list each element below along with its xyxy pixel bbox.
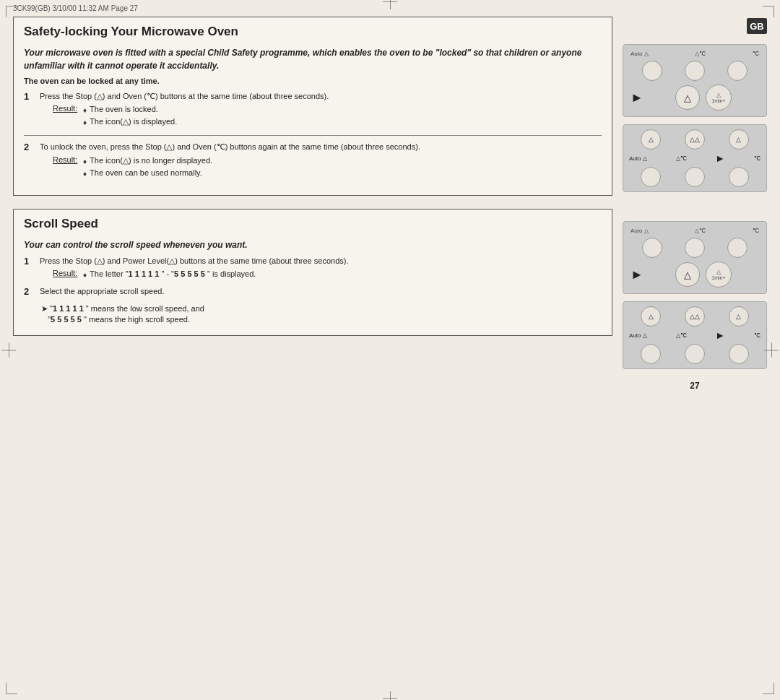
- panel-3-mid-label: △℃: [695, 228, 706, 234]
- panel-4: △ △△ △ Auto △ △℃ ► ℃: [623, 301, 767, 369]
- panel-4-row1: △ △△ △: [629, 306, 760, 327]
- scroll-step-2-num: 2: [24, 286, 34, 299]
- panel-4-btn-6[interactable]: [729, 344, 749, 364]
- step-2-num: 2: [24, 142, 34, 180]
- panel-3-stop-btn[interactable]: △: [675, 262, 700, 287]
- panel-1-center: △ △ 1min+: [648, 85, 759, 111]
- spacer: [623, 199, 767, 214]
- panel-1: Auto △ △℃ ℃ ► △ △ 1min+: [623, 44, 767, 117]
- panel-3-btn-3[interactable]: [727, 238, 748, 258]
- panel-2-arrow: ►: [715, 152, 725, 164]
- diamond-icon: ♦: [83, 118, 87, 128]
- scroll-arrow-text1: ➤ "1 1 1 1 1 " means the low scroll spee…: [41, 304, 602, 314]
- panel-2-auto-label: Auto △: [629, 155, 647, 162]
- panel-2-btn-3[interactable]: △: [729, 129, 749, 150]
- step-1-row: 1 Press the Stop (△) and Oven (℃) button…: [24, 91, 602, 129]
- panel-1-timer-btn[interactable]: △ 1min+: [706, 85, 732, 111]
- panel-2-btn-6[interactable]: [729, 167, 749, 187]
- panel-2-btn-1[interactable]: △: [641, 129, 661, 150]
- scroll-step-1-result: Result: ♦ The letter "1 1 1 1 1 " - "5 5…: [53, 269, 602, 280]
- result-item-2b: ♦ The oven can be used normally.: [83, 168, 212, 179]
- panel-1-icons-row: [630, 61, 759, 81]
- panel-2-btn-5[interactable]: [685, 167, 705, 187]
- result-label-1: Result:: [53, 104, 79, 128]
- section2-intro: Your can control the scroll speed whenev…: [24, 238, 602, 251]
- panel-2-mid-label: △℃: [676, 155, 687, 162]
- panel-1-btn-3[interactable]: [727, 61, 748, 81]
- result-item-2a: ♦ The icon(△) is no longer displayed.: [83, 155, 212, 167]
- step-2-result: Result: ♦ The icon(△) is no longer displ…: [53, 155, 602, 179]
- panel-3-top-row: Auto △ △℃ ℃: [630, 228, 759, 234]
- panel-3-right-label: ℃: [753, 228, 759, 234]
- panel-3-auto-label: Auto △: [630, 228, 649, 234]
- scroll-step-2-text: Select the appropriate scroll speed.: [40, 286, 602, 297]
- panel-2-row2: Auto △ △℃ ► ℃: [629, 152, 760, 164]
- scroll-step-1-text: Press the Stop (△) and Power Level(△) bu…: [40, 256, 602, 267]
- result-items-1: ♦ The oven is locked. ♦ The icon(△) is d…: [83, 104, 177, 128]
- step-2-content: To unlock the oven, press the Stop (△) a…: [40, 142, 602, 180]
- scroll-arrow-section: ➤ "1 1 1 1 1 " means the low scroll spee…: [30, 304, 602, 324]
- scroll-step-2-content: Select the appropriate scroll speed.: [40, 286, 602, 299]
- panel-4-row2: Auto △ △℃ ► ℃: [629, 329, 760, 341]
- panel-3-btn-2[interactable]: [685, 238, 705, 258]
- panel-3-btn-1[interactable]: [642, 238, 662, 258]
- panel-4-mid-label: △℃: [676, 332, 687, 339]
- panel-3-center: △ △ 1min+: [648, 262, 759, 288]
- panel-4-auto-label: Auto △: [629, 332, 647, 339]
- right-column: GB Auto △ △℃ ℃ ► △ △ 1min+: [623, 17, 767, 693]
- result-label-2: Result:: [53, 155, 79, 179]
- panel-2-btn-2[interactable]: △△: [685, 129, 705, 150]
- panel-4-btn-5[interactable]: [685, 344, 705, 364]
- scroll-speed-section: Scroll Speed Your can control the scroll…: [13, 209, 612, 336]
- diamond-icon: ♦: [83, 169, 87, 179]
- panel-4-arrow: ►: [715, 329, 725, 341]
- panel-1-stop-btn[interactable]: △: [675, 85, 700, 110]
- panel-1-mid-row: ► △ △ 1min+: [630, 85, 759, 111]
- panel-3-timer-btn[interactable]: △ 1min+: [706, 262, 732, 288]
- panel-4-right-label: ℃: [754, 332, 760, 339]
- section1-intro-bold: The oven can be locked at any time.: [24, 77, 602, 85]
- step-1-result: Result: ♦ The oven is locked. ♦ The icon…: [53, 104, 602, 128]
- panel-4-btn-1[interactable]: △: [641, 306, 661, 327]
- header-text: 3CK99(GB) 3/10/00 11:32 AM Page 27: [13, 4, 138, 12]
- safety-locking-section: Safety-locking Your Microwave Oven Your …: [13, 17, 612, 196]
- panel-1-mid-label: △℃: [695, 51, 706, 57]
- panel-2-right-label: ℃: [754, 155, 760, 162]
- scroll-arrow-text2: "5 5 5 5 5 " means the high scroll speed…: [41, 315, 602, 324]
- panel-3-icons-row: [630, 238, 759, 258]
- diamond-icon: ♦: [83, 270, 87, 280]
- section1-title: Safety-locking Your Microwave Oven: [24, 25, 602, 39]
- panel-1-btn-2[interactable]: [685, 61, 705, 81]
- step-2-row: 2 To unlock the oven, press the Stop (△)…: [24, 142, 602, 180]
- panel-1-top-row: Auto △ △℃ ℃: [630, 51, 759, 57]
- scroll-step-1-row: 1 Press the Stop (△) and Power Level(△) …: [24, 256, 602, 282]
- scroll-step-2-row: 2 Select the appropriate scroll speed.: [24, 286, 602, 299]
- step-1-num: 1: [24, 91, 34, 129]
- panel-2: △ △△ △ Auto △ △℃ ► ℃: [623, 124, 767, 192]
- panel-1-left-arrow: ►: [630, 90, 644, 105]
- panel-4-btn-4[interactable]: [641, 344, 661, 364]
- result-item-1b: ♦ The icon(△) is displayed.: [83, 116, 177, 128]
- panel-1-auto-label: Auto △: [630, 51, 649, 57]
- panel-4-btn-3[interactable]: △: [729, 306, 749, 327]
- scroll-step-1-num: 1: [24, 256, 34, 282]
- section1-intro: Your microwave oven is fitted with a spe…: [24, 46, 602, 72]
- step-2-text: To unlock the oven, press the Stop (△) a…: [40, 142, 602, 152]
- panel-1-btn-1[interactable]: [642, 61, 662, 81]
- panel-2-btn-row: [629, 167, 760, 187]
- scroll-result-item-1a: ♦ The letter "1 1 1 1 1 " - "5 5 5 5 5 "…: [83, 269, 256, 280]
- panel-3: Auto △ △℃ ℃ ► △ △ 1min+: [623, 221, 767, 294]
- panel-2-btn-4[interactable]: [641, 167, 661, 187]
- section2-title: Scroll Speed: [24, 217, 602, 231]
- panel-4-btn-2[interactable]: △△: [685, 306, 705, 327]
- result-item-1a: ♦ The oven is locked.: [83, 104, 177, 116]
- panel-1-right-label: ℃: [753, 51, 759, 57]
- scroll-step-1-content: Press the Stop (△) and Power Level(△) bu…: [40, 256, 602, 282]
- panel-3-left-arrow: ►: [630, 267, 644, 282]
- left-column: Safety-locking Your Microwave Oven Your …: [13, 17, 612, 693]
- scroll-result-items-1: ♦ The letter "1 1 1 1 1 " - "5 5 5 5 5 "…: [83, 269, 256, 280]
- step-1-content: Press the Stop (△) and Oven (℃) buttons …: [40, 91, 602, 129]
- result-items-2: ♦ The icon(△) is no longer displayed. ♦ …: [83, 155, 212, 179]
- diamond-icon: ♦: [83, 157, 87, 167]
- panel-3-mid-row: ► △ △ 1min+: [630, 262, 759, 288]
